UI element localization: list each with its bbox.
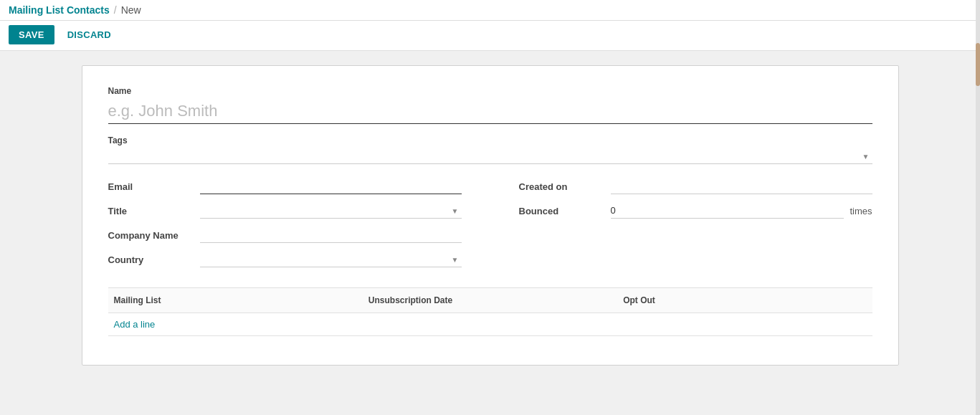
fields-two-col: Email Title ▼ Company Name bbox=[108, 178, 872, 267]
email-input[interactable] bbox=[200, 178, 462, 194]
table-body: Add a line bbox=[108, 313, 872, 336]
form-card: Name Tags ▼ Email bbox=[82, 65, 899, 366]
company-name-input[interactable] bbox=[200, 227, 462, 243]
tags-select[interactable] bbox=[108, 148, 872, 164]
table-header: Mailing List Unsubscription Date Opt Out bbox=[108, 287, 872, 313]
mailing-list-table: Mailing List Unsubscription Date Opt Out… bbox=[108, 287, 872, 336]
tags-select-wrapper: ▼ bbox=[108, 148, 872, 164]
breadcrumb-separator: / bbox=[114, 4, 117, 16]
country-field-group: Country ▼ bbox=[108, 252, 462, 267]
table-col-mailing-list: Mailing List bbox=[108, 292, 363, 308]
main-content: Name Tags ▼ Email bbox=[0, 51, 980, 380]
name-label: Name bbox=[108, 86, 872, 96]
title-field-group: Title ▼ bbox=[108, 203, 462, 219]
created-on-label: Created on bbox=[519, 181, 605, 192]
country-label: Country bbox=[108, 254, 194, 265]
add-line-button[interactable]: Add a line bbox=[114, 319, 156, 330]
left-column: Email Title ▼ Company Name bbox=[108, 178, 462, 267]
add-line-row: Add a line bbox=[108, 313, 872, 335]
country-select[interactable] bbox=[200, 252, 462, 267]
discard-button[interactable]: DISCARD bbox=[60, 25, 118, 44]
name-field-group: Name bbox=[108, 86, 872, 124]
topbar: Mailing List Contacts / New bbox=[0, 0, 980, 21]
action-bar: SAVE DISCARD bbox=[0, 21, 980, 51]
table-col-opt-out: Opt Out bbox=[617, 292, 872, 308]
bounced-label: Bounced bbox=[519, 206, 605, 216]
right-column: Created on Bounced times bbox=[519, 178, 872, 267]
save-button[interactable]: SAVE bbox=[9, 25, 54, 44]
bounced-row: times bbox=[611, 203, 872, 219]
breadcrumb: Mailing List Contacts / New bbox=[9, 4, 141, 16]
tags-field-group: Tags ▼ bbox=[108, 135, 872, 164]
scrollbar[interactable] bbox=[976, 0, 980, 415]
email-label: Email bbox=[108, 181, 194, 192]
title-select[interactable] bbox=[200, 203, 462, 219]
bounced-field-group: Bounced times bbox=[519, 203, 872, 219]
name-input[interactable] bbox=[108, 99, 872, 124]
created-on-field-group: Created on bbox=[519, 178, 872, 194]
title-select-wrapper: ▼ bbox=[200, 203, 462, 219]
created-on-input[interactable] bbox=[611, 178, 872, 194]
breadcrumb-parent[interactable]: Mailing List Contacts bbox=[9, 4, 110, 16]
country-select-wrapper: ▼ bbox=[200, 252, 462, 267]
company-name-label: Company Name bbox=[108, 230, 194, 241]
table-col-unsubscription-date: Unsubscription Date bbox=[363, 292, 617, 308]
title-label: Title bbox=[108, 206, 194, 216]
company-name-field-group: Company Name bbox=[108, 227, 462, 243]
tags-label: Tags bbox=[108, 135, 872, 146]
breadcrumb-current: New bbox=[121, 4, 141, 16]
bounced-input[interactable] bbox=[611, 203, 845, 219]
bounced-times-label: times bbox=[850, 206, 872, 216]
email-field-group: Email bbox=[108, 178, 462, 194]
